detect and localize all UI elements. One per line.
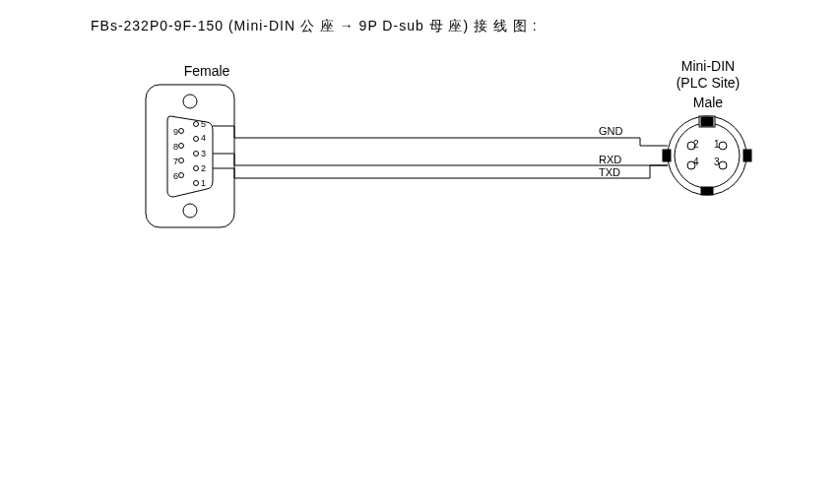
svg-point-11 [194,181,199,186]
svg-rect-16 [663,150,671,161]
svg-point-9 [194,152,199,157]
svg-point-4 [179,144,184,149]
svg-point-3 [179,129,184,134]
minidin-connector-icon [663,116,751,195]
svg-rect-17 [743,150,751,161]
svg-point-10 [194,166,199,171]
svg-point-6 [179,173,184,178]
svg-point-8 [194,137,199,142]
svg-point-5 [179,158,184,163]
svg-rect-15 [701,117,713,126]
svg-point-1 [183,94,197,108]
svg-rect-0 [146,85,234,227]
dsub-connector-icon [146,85,234,227]
svg-point-13 [675,123,740,188]
svg-point-2 [183,204,197,218]
svg-rect-18 [701,187,713,195]
svg-point-7 [194,122,199,127]
svg-point-12 [668,116,746,195]
wiring-diagram [0,0,839,504]
svg-point-21 [719,161,727,169]
svg-point-20 [687,142,695,150]
wires [213,126,668,178]
svg-point-19 [719,142,727,150]
svg-point-22 [687,161,695,169]
